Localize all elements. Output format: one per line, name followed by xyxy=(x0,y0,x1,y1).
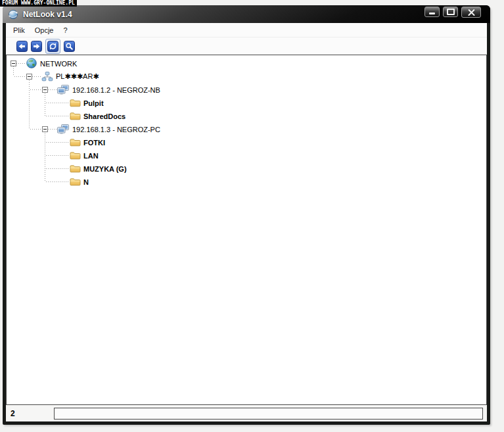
status-count: 2 xyxy=(11,409,54,418)
tree-connector xyxy=(32,76,41,77)
forum-watermark: FORUM WWW.GRY-ONLINE.PL xyxy=(0,0,77,7)
toolbar xyxy=(6,37,487,55)
tree-node-network[interactable]: NETWORK xyxy=(11,57,486,70)
menubar: Plik Opcje ? xyxy=(6,23,487,37)
refresh-icon xyxy=(47,41,58,52)
computer-icon xyxy=(57,124,70,134)
tree-connector xyxy=(46,103,70,103)
tree-connector xyxy=(48,89,57,90)
window-title: NetLook v1.4 xyxy=(23,10,72,19)
tree-node-label: N xyxy=(83,178,89,186)
tree-node-label: 192.168.1.3 - NEGROZ-PC xyxy=(72,125,160,133)
workgroup-icon xyxy=(41,72,53,82)
tree-connector xyxy=(46,181,70,182)
tree-node-label: 192.168.1.2 - NEGROZ-NB xyxy=(72,85,160,94)
menu-item-plik[interactable]: Plik xyxy=(12,25,30,36)
tree-node-computer-2[interactable]: 192.168.1.3 - NEGROZ-PC xyxy=(42,122,486,135)
tree-node-share[interactable]: SharedDocs xyxy=(46,109,486,122)
minimize-icon xyxy=(429,12,435,14)
close-button[interactable] xyxy=(461,7,481,18)
statusbar: 2 xyxy=(6,405,487,421)
app-window: NetLook v1.4 Plik Opcje ? xyxy=(3,5,490,425)
menu-item-opcje[interactable]: Opcje xyxy=(34,25,58,36)
maximize-button[interactable] xyxy=(443,7,458,17)
titlebar[interactable]: NetLook v1.4 xyxy=(3,5,490,23)
tree-connector xyxy=(45,133,45,181)
folder-icon xyxy=(70,98,81,107)
tree-connector xyxy=(46,116,70,116)
search-button[interactable] xyxy=(64,41,75,52)
minimize-button[interactable] xyxy=(424,7,440,17)
tree-connector xyxy=(46,168,70,169)
computer-icon xyxy=(57,85,70,95)
refresh-button[interactable] xyxy=(47,41,58,52)
status-progress-field xyxy=(54,408,483,420)
maximize-icon xyxy=(447,9,455,15)
back-button[interactable] xyxy=(16,41,28,52)
search-icon xyxy=(64,41,75,52)
tree-node-share[interactable]: N xyxy=(46,175,486,188)
tree-connector xyxy=(30,129,41,130)
tree-connector xyxy=(29,80,30,129)
tree-connector xyxy=(30,89,41,90)
network-globe-icon xyxy=(26,58,37,68)
tree-node-label: SharedDocs xyxy=(83,112,126,120)
tree-node-label: NETWORK xyxy=(40,59,77,68)
tree-node-label: LAN xyxy=(83,151,99,160)
network-tree[interactable]: NETWORK PL✱✱✱AR✱ xyxy=(6,55,487,405)
tree-node-computer-1[interactable]: 192.168.1.2 - NEGROZ-NB xyxy=(42,83,486,96)
tree-node-share[interactable]: MUZYKA (G) xyxy=(46,162,486,175)
tree-connector xyxy=(14,76,25,77)
close-icon xyxy=(468,9,475,16)
folder-icon xyxy=(70,137,81,147)
forward-arrow-icon xyxy=(31,41,42,52)
app-logo-icon xyxy=(8,9,18,20)
tree-node-label: MUZYKA (G) xyxy=(83,164,127,173)
tree-node-label: PL✱✱✱AR✱ xyxy=(56,72,99,81)
tree-node-workgroup[interactable]: PL✱✱✱AR✱ xyxy=(26,70,486,83)
menu-item-help[interactable]: ? xyxy=(62,25,72,36)
refresh-button-pressed-frame xyxy=(45,39,60,54)
tree-connector xyxy=(46,155,70,156)
folder-icon xyxy=(70,151,81,160)
folder-icon xyxy=(70,111,81,120)
window-controls xyxy=(424,7,481,18)
forward-button[interactable] xyxy=(31,41,42,52)
tree-node-share[interactable]: FOTKI xyxy=(46,135,486,149)
back-arrow-icon xyxy=(16,41,28,52)
tree-connector xyxy=(45,93,45,116)
folder-icon xyxy=(70,164,81,173)
folder-icon xyxy=(70,177,81,186)
tree-connector xyxy=(16,63,26,64)
collapse-expander-icon[interactable] xyxy=(42,126,48,132)
tree-connector xyxy=(48,129,57,130)
collapse-expander-icon[interactable] xyxy=(42,87,48,93)
tree-connector xyxy=(46,142,70,143)
tree-node-label: FOTKI xyxy=(83,138,105,147)
tree-node-label: Pulpit xyxy=(83,99,104,107)
client-area: Plik Opcje ? xyxy=(6,23,487,421)
collapse-expander-icon[interactable] xyxy=(11,60,16,66)
tree-node-share[interactable]: Pulpit xyxy=(46,96,486,109)
collapse-expander-icon[interactable] xyxy=(26,74,32,80)
tree-node-share[interactable]: LAN xyxy=(46,149,486,162)
